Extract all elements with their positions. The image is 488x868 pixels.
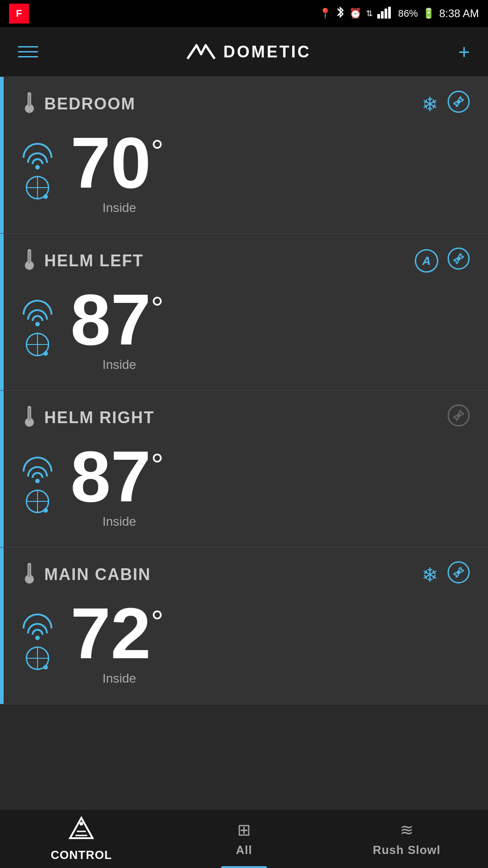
temperature-display-helm-left: 87 ° Inside — [70, 283, 164, 372]
zone-name-helm-right: HELM RIGHT — [44, 408, 155, 427]
temp-unit-bedroom: ° — [151, 136, 164, 167]
alarm-icon: ⏰ — [349, 8, 361, 19]
fan-icon-main-cabin[interactable] — [447, 561, 470, 588]
location-icon: 📍 — [319, 8, 331, 19]
status-bar-left: F — [9, 4, 29, 24]
zone-mode-icons-main-cabin: ❄ — [422, 561, 470, 588]
menu-button[interactable] — [18, 46, 38, 57]
svg-rect-6 — [28, 94, 30, 107]
zone-title-row-helm-right: HELM RIGHT — [23, 404, 155, 431]
nav-item-control[interactable]: CONTROL — [0, 810, 163, 868]
zone-mode-icons-bedroom: ❄ — [422, 90, 470, 118]
zone-mode-icons-helm-left: A — [415, 247, 470, 274]
status-bar-right: 📍 ⏰ ⇅ 86% 🔋 8:38 AM — [319, 6, 479, 21]
app-logo: DOMETIC — [185, 41, 311, 63]
wifi-globe-helm-right — [23, 457, 52, 513]
zone-title-row: BEDROOM — [23, 90, 136, 118]
temp-label-bedroom: Inside — [98, 201, 136, 215]
zones-container: BEDROOM ❄ — [0, 77, 488, 809]
zone-card-helm-left[interactable]: HELM LEFT A — [0, 234, 488, 391]
status-bar: F 📍 ⏰ ⇅ 86% 🔋 8:38 AM — [0, 0, 488, 27]
add-button[interactable]: + — [458, 41, 470, 63]
nav-item-rush[interactable]: ≋ Rush Slowl — [325, 810, 488, 868]
temp-row-helm-right: 87 ° Inside — [0, 440, 470, 529]
temp-row-main-cabin: 72 ° Inside — [0, 597, 470, 686]
control-nav-icon — [68, 816, 95, 844]
zone-mode-icons-helm-right — [447, 404, 470, 431]
all-nav-icon: ⊞ — [237, 821, 251, 840]
temp-unit-helm-left: ° — [151, 292, 164, 324]
temp-unit-helm-right: ° — [151, 449, 164, 481]
temp-label-helm-right: Inside — [98, 514, 136, 529]
bottom-navigation: CONTROL ⊞ All ≋ Rush Slowl — [0, 809, 488, 868]
svg-point-18 — [457, 414, 460, 417]
wifi-globe-main-cabin — [23, 613, 52, 670]
svg-rect-3 — [388, 7, 391, 19]
zone-name-helm-left: HELM LEFT — [44, 251, 144, 270]
zone-card-helm-right[interactable]: HELM RIGHT — [0, 391, 488, 547]
all-nav-label: All — [236, 843, 252, 857]
svg-rect-16 — [28, 408, 30, 420]
svg-rect-1 — [381, 11, 384, 19]
snowflake-icon-bedroom[interactable]: ❄ — [422, 93, 438, 116]
time-display: 8:38 AM — [439, 7, 479, 20]
rush-nav-icon: ≋ — [400, 821, 413, 840]
bluetooth-icon — [336, 6, 345, 21]
zone-card-main-cabin[interactable]: MAIN CABIN ❄ — [0, 547, 488, 704]
control-nav-label: CONTROL — [51, 848, 112, 862]
zone-title-row-main-cabin: MAIN CABIN — [23, 561, 151, 588]
temp-label-helm-left: Inside — [98, 358, 136, 372]
fan-icon-gray-helm-right[interactable] — [447, 404, 470, 431]
svg-point-25 — [80, 822, 83, 826]
thermometer-icon — [23, 90, 36, 118]
rush-nav-label: Rush Slowl — [373, 843, 441, 857]
temp-row-bedroom: 70 ° Inside — [0, 127, 470, 215]
svg-point-8 — [457, 100, 460, 104]
temperature-display-bedroom: 70 ° Inside — [70, 127, 164, 215]
signal-icon — [377, 6, 394, 21]
auto-icon-helm-left[interactable]: A — [415, 249, 438, 273]
battery-text: 86% — [398, 8, 418, 19]
thermometer-icon-helm-right — [23, 404, 36, 431]
logo-icon — [185, 41, 217, 63]
zone-card-bedroom[interactable]: BEDROOM ❄ — [0, 77, 488, 234]
temp-unit-main-cabin: ° — [151, 606, 164, 638]
thermometer-icon-helm-left — [23, 247, 36, 274]
svg-rect-2 — [385, 9, 387, 19]
temperature-display-helm-right: 87 ° Inside — [70, 440, 164, 529]
wifi-globe-bedroom — [23, 143, 52, 199]
thermometer-icon-main-cabin — [23, 561, 36, 588]
snowflake-icon-main-cabin[interactable]: ❄ — [422, 563, 438, 586]
svg-rect-21 — [28, 565, 30, 577]
fan-icon-helm-left[interactable] — [447, 247, 470, 274]
battery-icon: 🔋 — [422, 8, 435, 19]
temp-label-main-cabin: Inside — [98, 671, 136, 686]
zone-name-main-cabin: MAIN CABIN — [44, 565, 151, 584]
data-sync-icon: ⇅ — [366, 9, 373, 19]
temp-number-main-cabin: 72 — [70, 597, 151, 670]
svg-point-23 — [457, 571, 460, 574]
temp-number-bedroom: 70 — [70, 127, 151, 199]
zone-name-bedroom: BEDROOM — [44, 94, 136, 113]
temp-number-helm-left: 87 — [70, 283, 151, 356]
nav-item-all[interactable]: ⊞ All — [163, 810, 325, 868]
fan-icon-bedroom[interactable] — [447, 90, 470, 118]
app-header: DOMETIC + — [0, 27, 488, 77]
flipboard-icon: F — [9, 4, 29, 24]
wifi-globe-helm-left — [23, 300, 52, 356]
svg-rect-11 — [28, 251, 30, 264]
temperature-display-main-cabin: 72 ° Inside — [70, 597, 164, 686]
svg-rect-0 — [377, 14, 380, 19]
svg-point-13 — [457, 257, 460, 260]
logo-text: DOMETIC — [223, 42, 311, 61]
temp-row-helm-left: 87 ° Inside — [0, 283, 470, 372]
temp-number-helm-right: 87 — [70, 440, 151, 513]
zone-title-row-helm-left: HELM LEFT — [23, 247, 144, 274]
